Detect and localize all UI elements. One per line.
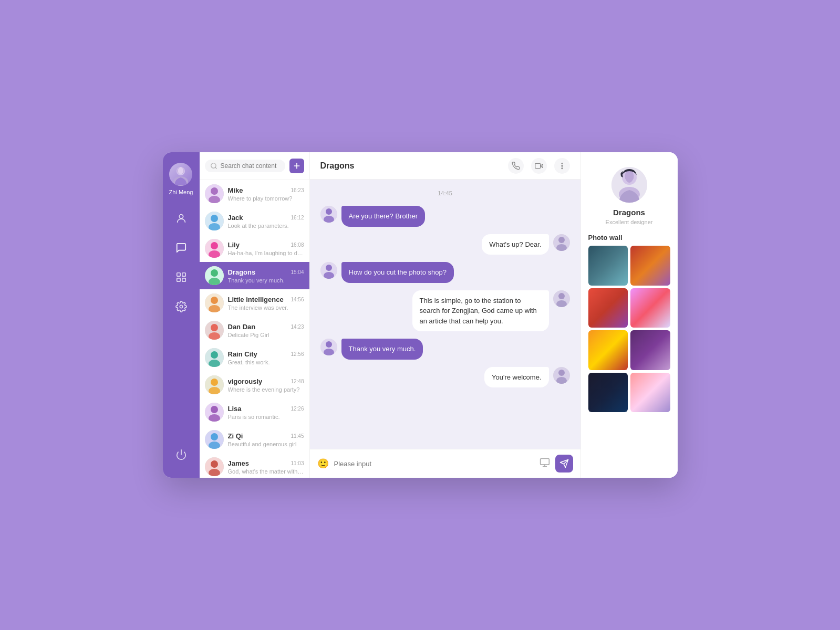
video-button[interactable]: [531, 158, 547, 174]
chat-item-name: Lisa: [228, 405, 242, 413]
search-input-wrap[interactable]: [205, 160, 285, 172]
chat-item-preview: Great, this work.: [228, 359, 304, 365]
svg-point-24: [211, 269, 218, 277]
sidebar-username: Zhi Meng: [169, 189, 193, 195]
search-input[interactable]: [221, 162, 280, 170]
profile-role: Excellent designer: [606, 219, 653, 225]
message-bubble: This is simple, go to the station to sea…: [412, 290, 549, 332]
photo-thumbnail[interactable]: [588, 246, 628, 286]
chat-list-item-3[interactable]: Lily 16:08 Ha-ha-ha, I'm laughing to dea…: [200, 235, 309, 262]
chat-list-item-5[interactable]: Little intelligence 14:56 The interview …: [200, 289, 309, 317]
contacts-icon[interactable]: [174, 211, 189, 226]
photo-thumbnail[interactable]: [630, 373, 670, 413]
photo-thumbnail[interactable]: [588, 373, 628, 413]
chat-item-name: Little intelligence: [228, 296, 284, 303]
chat-item-body: Little intelligence 14:56 The interview …: [228, 296, 304, 311]
chat-list-item-6[interactable]: Dan Dan 14:23 Delicate Pig Girl: [200, 317, 309, 344]
message-bubble: Thank you very much.: [341, 339, 423, 360]
add-button[interactable]: [289, 159, 304, 173]
apps-icon[interactable]: [174, 270, 189, 285]
chat-item-body: Lisa 12:26 Paris is so romantic.: [228, 405, 304, 420]
chat-item-body: Mike 16:23 Where to play tomorrow?: [228, 186, 304, 202]
chat-item-time: 11:03: [291, 460, 304, 466]
chat-item-preview: Thank you very much.: [228, 277, 304, 284]
chat-item-time: 14:56: [291, 297, 304, 302]
chat-item-name: Lily: [228, 241, 240, 249]
svg-rect-5: [182, 273, 185, 276]
chat-list-item-8[interactable]: vigorously 12:48 Where is the evening pa…: [200, 371, 309, 398]
chat-item-body: vigorously 12:48 Where is the evening pa…: [228, 377, 304, 393]
chat-item-name: Rain City: [228, 350, 257, 358]
chat-list-item-11[interactable]: James 11:03 God, what's the matter with …: [200, 453, 309, 478]
message-bubble: You're welcome.: [484, 367, 549, 388]
svg-marker-50: [540, 164, 543, 167]
chat-avatar: [205, 403, 224, 422]
chat-list-item-4[interactable]: Dragons 15:04 Thank you very much.: [200, 262, 309, 289]
svg-point-30: [211, 324, 218, 331]
sidebar-nav: Zhi Meng: [163, 152, 200, 478]
photo-wall-label: Photo wall: [588, 234, 623, 242]
message-input[interactable]: [334, 460, 534, 468]
svg-point-8: [180, 305, 183, 308]
chat-title: Dragons: [320, 161, 355, 171]
message-bubble: How do you cut the photo shop?: [341, 262, 454, 283]
chat-avatar: [205, 348, 224, 367]
chat-list-item-7[interactable]: Rain City 12:56 Great, this work.: [200, 344, 309, 371]
svg-point-54: [562, 167, 563, 169]
chat-avatar: [205, 321, 224, 340]
settings-icon[interactable]: [174, 299, 189, 314]
chat-list-item-9[interactable]: Lisa 12:26 Paris is so romantic.: [200, 398, 309, 426]
message-timestamp: 14:45: [320, 190, 570, 196]
svg-rect-7: [182, 278, 185, 281]
svg-point-18: [211, 215, 218, 222]
svg-point-65: [558, 293, 565, 299]
file-button[interactable]: [540, 457, 550, 470]
chat-item-body: Dragons 15:04 Thank you very much.: [228, 268, 304, 284]
phone-button[interactable]: [508, 158, 524, 174]
chat-item-body: Lily 16:08 Ha-ha-ha, I'm laughing to dea…: [228, 241, 304, 256]
chat-item-name: Dragons: [228, 268, 256, 276]
photo-thumbnail[interactable]: [630, 288, 670, 328]
message-avatar: [553, 234, 570, 251]
user-avatar[interactable]: [169, 163, 192, 186]
chat-item-body: Rain City 12:56 Great, this work.: [228, 350, 304, 365]
chat-item-body: James 11:03 God, what's the matter with …: [228, 459, 304, 475]
chat-item-preview: The interview was over.: [228, 304, 304, 311]
svg-point-27: [211, 297, 218, 304]
chat-icon[interactable]: [174, 240, 189, 255]
message-avatar: [553, 367, 570, 384]
more-button[interactable]: [554, 158, 570, 174]
sidebar-bottom: [174, 447, 189, 467]
photo-thumbnail[interactable]: [588, 288, 628, 328]
message-avatar: [320, 206, 337, 223]
search-icon: [210, 162, 217, 170]
chat-list-item-10[interactable]: Zi Qi 11:45 Beautiful and generous girl: [200, 426, 309, 453]
chat-list: Mike 16:23 Where to play tomorrow? Jack …: [200, 180, 309, 478]
photo-image: [630, 330, 670, 370]
profile-panel: Dragons Excellent designer Photo wall: [580, 152, 678, 478]
chat-list-item-1[interactable]: Mike 16:23 Where to play tomorrow?: [200, 180, 309, 207]
chat-item-body: Jack 16:12 Look at the parameters.: [228, 214, 304, 229]
chat-item-time: 14:23: [291, 324, 304, 330]
chat-item-preview: Paris is so romantic.: [228, 414, 304, 420]
chat-header: Dragons: [310, 152, 580, 180]
photo-grid: [588, 246, 670, 412]
photo-thumbnail[interactable]: [630, 246, 670, 286]
chat-avatar: [205, 212, 224, 230]
power-icon[interactable]: [174, 447, 189, 462]
message-avatar: [320, 339, 337, 355]
svg-rect-51: [535, 163, 540, 168]
chat-avatar: [205, 430, 224, 449]
svg-rect-73: [540, 459, 549, 465]
svg-point-62: [326, 265, 332, 271]
chat-item-time: 12:48: [291, 379, 304, 384]
photo-thumbnail[interactable]: [588, 330, 628, 370]
photo-image: [588, 330, 628, 370]
emoji-button[interactable]: 🙂: [317, 458, 329, 469]
chat-avatar: [205, 184, 224, 203]
svg-point-71: [558, 370, 565, 376]
send-button[interactable]: [555, 455, 573, 472]
chat-list-item-2[interactable]: Jack 16:12 Look at the parameters.: [200, 207, 309, 235]
photo-thumbnail[interactable]: [630, 330, 670, 370]
message-row: You're welcome.: [320, 367, 570, 388]
